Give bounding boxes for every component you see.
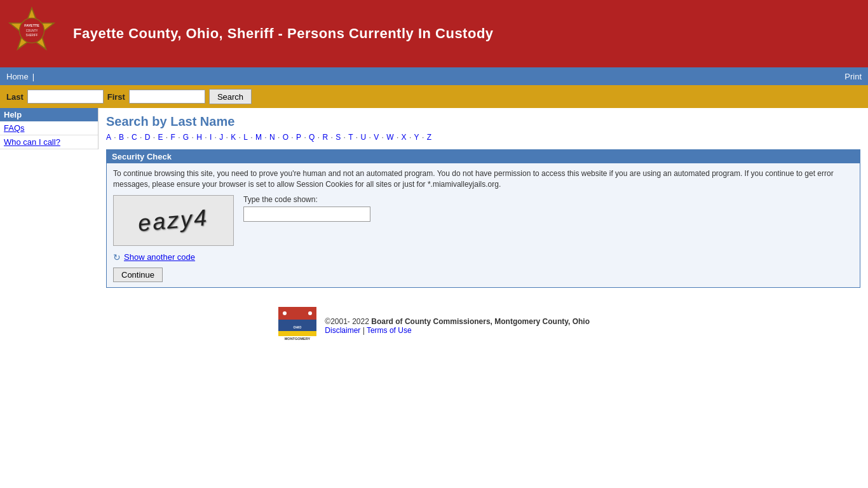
alpha-separator: · xyxy=(236,133,243,142)
sidebar-help-header: Help xyxy=(0,108,98,121)
alpha-separator: · xyxy=(420,133,426,142)
footer-org: Board of County Commissioners, Montgomer… xyxy=(371,317,590,326)
svg-point-9 xyxy=(308,311,312,315)
alpha-link-F[interactable]: F xyxy=(170,133,175,142)
alpha-link-Q[interactable]: Q xyxy=(309,133,315,142)
sheriff-badge-logo: FAYETTE COUNTY SHERIFF xyxy=(6,5,64,62)
first-name-input[interactable] xyxy=(129,90,205,104)
main-content: Help FAQs Who can I call? Search by Last… xyxy=(0,108,868,294)
svg-text:SHERIFF: SHERIFF xyxy=(26,34,38,37)
search-by-last-name-title: Search by Last Name xyxy=(106,114,860,129)
alpha-separator: · xyxy=(289,133,295,142)
alpha-separator: · xyxy=(407,133,414,142)
alpha-link-O[interactable]: O xyxy=(283,133,288,142)
search-button[interactable]: Search xyxy=(209,89,252,104)
alpha-link-D[interactable]: D xyxy=(145,133,151,142)
alpha-separator: · xyxy=(163,133,170,142)
alpha-link-T[interactable]: T xyxy=(348,133,353,142)
alpha-link-L[interactable]: L xyxy=(243,133,248,142)
footer-content: OHIO MONTGOMERY ©2001- 2022 Board of Cou… xyxy=(0,307,868,346)
alpha-link-V[interactable]: V xyxy=(374,133,379,142)
svg-text:OHIO: OHIO xyxy=(294,325,302,329)
nav-separator: | xyxy=(32,72,34,81)
security-check-header: Security Check xyxy=(107,150,860,163)
page-header: FAYETTE COUNTY SHERIFF Fayette County, O… xyxy=(0,0,868,67)
svg-text:COUNTY: COUNTY xyxy=(26,29,38,32)
captcha-input[interactable] xyxy=(243,207,370,222)
alpha-link-W[interactable]: W xyxy=(386,133,393,142)
alpha-separator: · xyxy=(151,133,157,142)
navbar-left: Home | xyxy=(6,72,38,81)
alpha-link-G[interactable]: G xyxy=(183,133,189,142)
alpha-link-M[interactable]: M xyxy=(255,133,262,142)
alpha-link-B[interactable]: B xyxy=(119,133,124,142)
alpha-separator: · xyxy=(262,133,269,142)
alpha-separator: · xyxy=(341,133,348,142)
alpha-link-S[interactable]: S xyxy=(336,133,341,142)
sidebar-item-faqs[interactable]: FAQs xyxy=(0,121,98,135)
alpha-link-Z[interactable]: Z xyxy=(427,133,431,142)
alpha-link-R[interactable]: R xyxy=(322,133,328,142)
show-another-code-link[interactable]: Show another code xyxy=(124,252,195,262)
alpha-link-K[interactable]: K xyxy=(231,133,236,142)
home-link[interactable]: Home xyxy=(6,72,29,81)
alpha-link-X[interactable]: X xyxy=(402,133,407,142)
alpha-separator: · xyxy=(125,133,131,142)
last-name-input[interactable] xyxy=(27,90,104,104)
navigation-bar: Home | Print xyxy=(0,67,868,85)
captcha-row: eazy4 Type the code shown: xyxy=(113,195,853,246)
page-footer: OHIO MONTGOMERY ©2001- 2022 Board of Cou… xyxy=(0,294,868,352)
alphabet-links: A · B · C · D · E · F · G · H · I · J · … xyxy=(106,133,860,142)
alpha-separator: · xyxy=(302,133,308,142)
security-check-body: To continue browsing this site, you need… xyxy=(107,163,860,287)
montgomery-logo: OHIO MONTGOMERY xyxy=(278,307,316,346)
alpha-separator: · xyxy=(367,133,373,142)
alpha-separator: · xyxy=(176,133,182,142)
alpha-separator: · xyxy=(138,133,144,142)
alpha-link-H[interactable]: H xyxy=(196,133,202,142)
sidebar-item-who-can-i-call[interactable]: Who can I call? xyxy=(0,135,98,149)
alpha-link-C[interactable]: C xyxy=(132,133,137,142)
type-code-label: Type the code shown: xyxy=(243,195,370,204)
captcha-image: eazy4 xyxy=(113,195,234,246)
alpha-separator: · xyxy=(329,133,335,142)
last-label: Last xyxy=(6,92,24,102)
captcha-text: eazy4 xyxy=(137,204,210,237)
refresh-icon[interactable]: ↻ xyxy=(113,252,121,262)
alpha-link-U[interactable]: U xyxy=(361,133,367,142)
captcha-input-area: Type the code shown: xyxy=(243,195,370,222)
footer-disclaimer-link[interactable]: Disclaimer xyxy=(325,326,360,335)
alpha-separator: · xyxy=(248,133,255,142)
sidebar: Help FAQs Who can I call? xyxy=(0,108,98,149)
main-content-area: Search by Last Name A · B · C · D · E · … xyxy=(98,108,868,294)
footer-copyright: ©2001- 2022 xyxy=(325,317,371,326)
alpha-separator: · xyxy=(203,133,209,142)
security-message: To continue browsing this site, you need… xyxy=(113,168,853,190)
alpha-link-A[interactable]: A xyxy=(106,133,111,142)
alpha-separator: · xyxy=(112,133,118,142)
alpha-link-P[interactable]: P xyxy=(296,133,301,142)
alpha-link-Y[interactable]: Y xyxy=(414,133,419,142)
security-check-box: Security Check To continue browsing this… xyxy=(106,149,860,288)
alpha-separator: · xyxy=(276,133,282,142)
footer-terms-link[interactable]: Terms of Use xyxy=(367,326,412,335)
alpha-link-I[interactable]: I xyxy=(210,133,212,142)
alpha-separator: · xyxy=(315,133,322,142)
alpha-link-N[interactable]: N xyxy=(269,133,275,142)
svg-text:MONTGOMERY: MONTGOMERY xyxy=(285,337,311,341)
svg-point-8 xyxy=(283,311,287,315)
alpha-separator: · xyxy=(189,133,196,142)
alpha-separator: · xyxy=(224,133,230,142)
svg-rect-7 xyxy=(278,331,316,336)
search-bar: Last First Search xyxy=(0,85,868,108)
alpha-separator: · xyxy=(379,133,386,142)
continue-button[interactable]: Continue xyxy=(113,268,163,282)
alpha-link-J[interactable]: J xyxy=(219,133,223,142)
page-title: Fayette County, Ohio, Sheriff - Persons … xyxy=(73,25,494,42)
alpha-separator: · xyxy=(212,133,219,142)
show-another-row: ↻ Show another code xyxy=(113,252,853,262)
svg-text:FAYETTE: FAYETTE xyxy=(24,24,39,27)
print-link[interactable]: Print xyxy=(844,72,862,81)
alpha-link-E[interactable]: E xyxy=(158,133,163,142)
first-label: First xyxy=(107,92,125,102)
